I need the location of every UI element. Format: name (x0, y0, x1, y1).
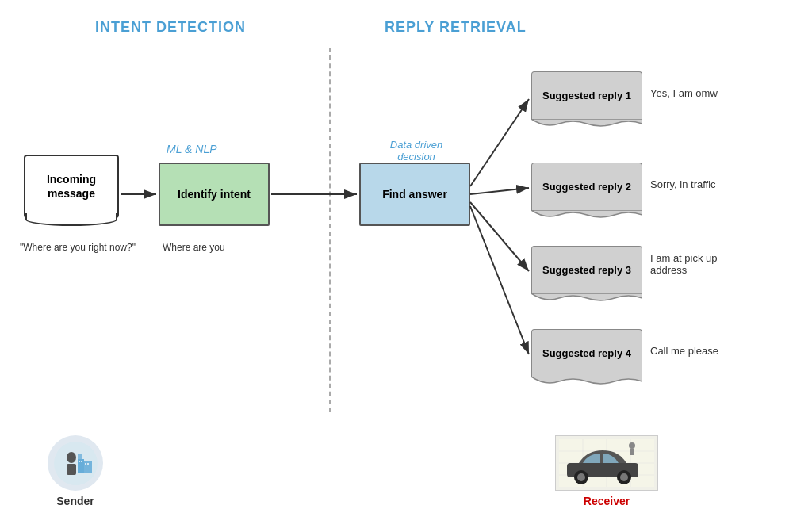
reply-card-4: Suggested reply 4 (531, 329, 642, 385)
svg-rect-11 (78, 454, 82, 459)
diagram-container: INTENT DETECTION REPLY RETRIEVAL Incomin… (0, 0, 812, 532)
svg-point-8 (67, 452, 76, 463)
find-answer-label: Find answer (382, 187, 447, 201)
intent-sub-label: Where are you (163, 242, 225, 253)
svg-line-4 (470, 188, 529, 194)
sender-icon (48, 435, 103, 491)
svg-point-29 (629, 442, 635, 449)
reply-1-label: Suggested reply 1 (542, 90, 631, 101)
reply-card-1: Suggested reply 1 (531, 71, 642, 127)
incoming-message-box: Incomingmessage (24, 155, 119, 226)
reply-3-label: Suggested reply 3 (542, 264, 631, 276)
reply-2-text: Sorry, in traffic (650, 178, 716, 190)
receiver-section: Receiver (555, 435, 658, 508)
identify-intent-label: Identify intent (178, 187, 251, 201)
svg-rect-9 (67, 464, 76, 475)
svg-rect-30 (630, 449, 634, 455)
incoming-message-label: Incomingmessage (47, 172, 96, 201)
reply-2-label: Suggested reply 2 (542, 181, 631, 193)
svg-line-5 (470, 202, 529, 271)
svg-point-28 (620, 473, 628, 481)
svg-point-26 (577, 473, 585, 481)
identify-intent-box: Identify intent (159, 163, 270, 226)
reply-4-text: Call me please (650, 345, 718, 357)
svg-rect-15 (85, 463, 86, 465)
receiver-label: Receiver (584, 495, 630, 507)
header-reply-retrieval: REPLY RETRIEVAL (385, 19, 527, 36)
svg-line-6 (470, 206, 529, 354)
svg-rect-14 (81, 461, 82, 462)
svg-rect-13 (79, 461, 80, 462)
ml-nlp-label: ML & NLP (167, 143, 217, 155)
receiver-icon (555, 435, 658, 491)
data-driven-label: Data drivendecision (361, 139, 472, 163)
header-intent-detection: INTENT DETECTION (95, 19, 246, 36)
svg-rect-16 (87, 463, 89, 465)
reply-card-3: Suggested reply 3 (531, 246, 642, 301)
svg-line-3 (470, 99, 529, 186)
reply-3-text: I am at pick upaddress (650, 252, 718, 276)
sender-section: Sender (48, 435, 103, 508)
reply-4-label: Suggested reply 4 (542, 347, 631, 359)
reply-1-text: Yes, I am omw (650, 87, 718, 99)
reply-card-2: Suggested reply 2 (531, 163, 642, 218)
incoming-quote-label: "Where are you right now?" (20, 242, 136, 253)
find-answer-box: Find answer (359, 163, 470, 226)
section-divider (329, 48, 331, 412)
sender-label: Sender (56, 495, 94, 507)
